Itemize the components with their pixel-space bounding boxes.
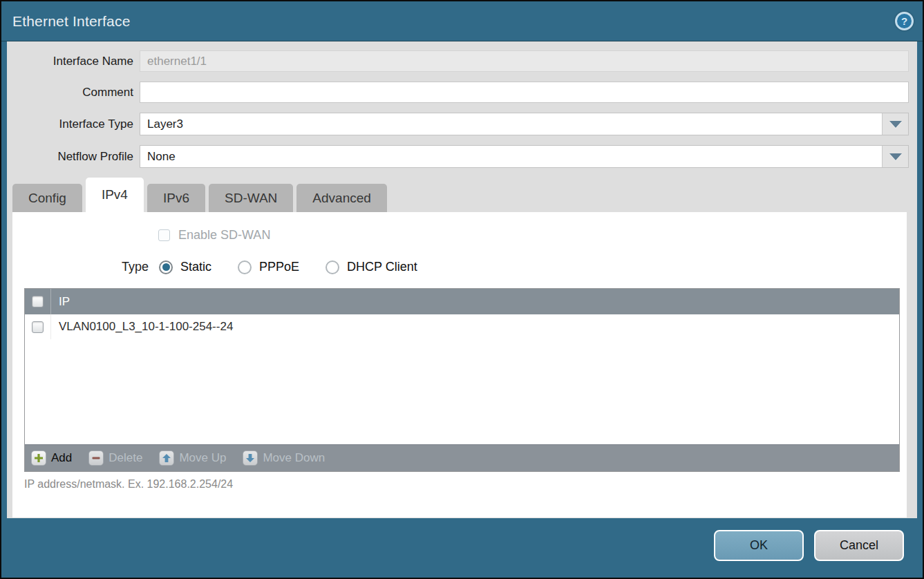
ip-address-table: IP VLAN0100_L3_10-1-100-254--24 [24, 288, 900, 472]
radio-static-control[interactable] [159, 260, 173, 274]
interface-name-label: Interface Name [7, 50, 140, 72]
tab-sdwan[interactable]: SD-WAN [209, 184, 293, 212]
form-row-netflow-profile: Netflow Profile None [7, 145, 917, 168]
minus-icon [88, 450, 104, 466]
dialog-footer: OK Cancel [1, 518, 923, 578]
interface-name-field [140, 50, 909, 72]
enable-sdwan-label: Enable SD-WAN [178, 228, 270, 243]
netflow-profile-value: None [140, 146, 883, 167]
plus-icon [31, 450, 46, 466]
tab-config[interactable]: Config [12, 184, 82, 212]
cancel-button[interactable]: Cancel [814, 530, 904, 561]
ethernet-interface-dialog: Ethernet Interface ? Interface Name Comm… [0, 0, 924, 579]
radio-pppoe-label: PPPoE [259, 260, 299, 274]
arrow-up-icon [159, 450, 174, 466]
netflow-profile-label: Netflow Profile [7, 146, 140, 167]
type-label: Type [122, 260, 149, 274]
delete-button: Delete [88, 450, 142, 466]
radio-static[interactable]: Static [159, 260, 211, 274]
radio-dhcp-client[interactable]: DHCP Client [326, 260, 417, 274]
table-toolbar: Add Delete Move Up [25, 444, 899, 471]
help-icon[interactable]: ? [895, 12, 914, 30]
radio-pppoe-control[interactable] [238, 260, 252, 274]
add-button-label: Add [51, 451, 72, 465]
type-radio-row: Type Static PPPoE DHCP Client [12, 260, 907, 274]
form-row-interface-name: Interface Name [7, 50, 917, 72]
table-header: IP [25, 289, 899, 314]
table-row[interactable]: VLAN0100_L3_10-1-100-254--24 [25, 314, 899, 339]
column-header-ip: IP [51, 289, 70, 314]
radio-pppoe[interactable]: PPPoE [238, 260, 299, 274]
move-down-button: Move Down [243, 450, 325, 466]
add-button[interactable]: Add [31, 450, 72, 466]
move-up-button: Move Up [159, 450, 226, 466]
radio-static-label: Static [180, 260, 211, 274]
row-checkbox[interactable] [32, 321, 44, 333]
tab-ipv4[interactable]: IPv4 [86, 178, 144, 212]
interface-type-dropdown-button[interactable] [883, 113, 908, 135]
chevron-down-icon [889, 153, 902, 160]
enable-sdwan-checkbox [158, 229, 170, 241]
ok-button[interactable]: OK [714, 530, 804, 561]
table-body: VLAN0100_L3_10-1-100-254--24 [25, 314, 899, 444]
tab-bar: Config IPv4 IPv6 SD-WAN Advanced [7, 178, 917, 212]
netflow-profile-dropdown[interactable]: None [140, 145, 909, 168]
chevron-down-icon [889, 121, 902, 128]
form-row-interface-type: Interface Type Layer3 [7, 113, 917, 135]
radio-dhcp-client-label: DHCP Client [347, 260, 417, 274]
tab-ipv6[interactable]: IPv6 [147, 184, 205, 212]
form-row-comment: Comment [7, 82, 917, 103]
move-up-button-label: Move Up [179, 451, 226, 465]
comment-field[interactable] [140, 82, 909, 103]
select-all-checkbox[interactable] [32, 296, 44, 307]
interface-type-value: Layer3 [140, 113, 883, 135]
interface-type-label: Interface Type [7, 113, 140, 135]
comment-label: Comment [7, 82, 140, 103]
interface-type-dropdown[interactable]: Layer3 [140, 113, 909, 135]
dialog-body: Interface Name Comment Interface Type La… [7, 41, 917, 518]
ip-format-hint: IP address/netmask. Ex. 192.168.2.254/24 [12, 472, 907, 491]
netflow-profile-dropdown-button[interactable] [883, 146, 908, 167]
ip-cell: VLAN0100_L3_10-1-100-254--24 [51, 320, 233, 334]
radio-dhcp-client-control[interactable] [326, 260, 339, 274]
dialog-titlebar: Ethernet Interface ? [1, 1, 923, 41]
delete-button-label: Delete [109, 451, 142, 465]
arrow-down-icon [243, 450, 258, 466]
dialog-title: Ethernet Interface [12, 13, 131, 30]
enable-sdwan-row: Enable SD-WAN [12, 212, 907, 243]
tab-advanced[interactable]: Advanced [296, 184, 387, 212]
move-down-button-label: Move Down [263, 451, 325, 465]
ipv4-tab-panel: Enable SD-WAN Type Static PPPoE DHCP Cli… [12, 212, 907, 518]
